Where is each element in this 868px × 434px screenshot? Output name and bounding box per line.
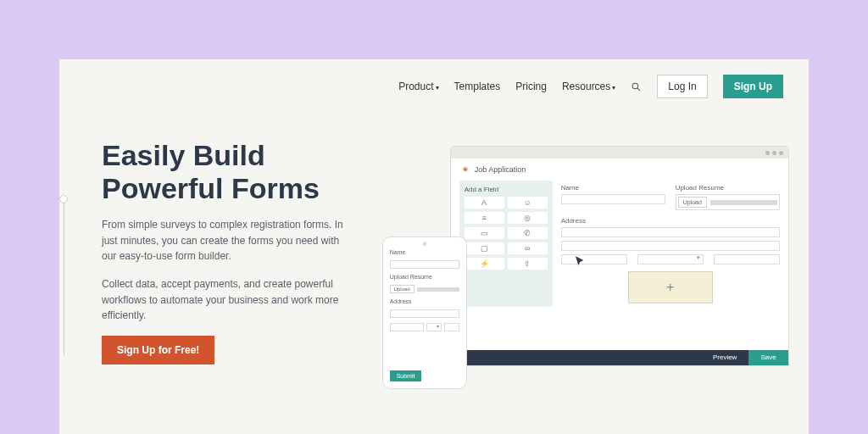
m-address-label: Address	[390, 298, 459, 304]
cursor-icon	[574, 255, 587, 269]
search-icon[interactable]	[631, 81, 642, 92]
m-address-1[interactable]	[390, 309, 459, 318]
text-field-icon[interactable]: A	[465, 197, 504, 209]
chevron-down-icon: ▾	[612, 84, 615, 92]
name-label: Name	[561, 184, 665, 192]
headline: Easily BuildPowerful Forms	[102, 139, 408, 205]
name-input[interactable]	[561, 194, 665, 204]
top-nav: Product▾ Templates Pricing Resources▾ Lo…	[59, 59, 809, 114]
image-icon[interactable]: ▢	[465, 242, 504, 254]
address-label: Address	[561, 217, 780, 225]
m-name-label: Name	[390, 249, 459, 255]
save-button[interactable]: Save	[748, 350, 787, 365]
m-address-2[interactable]	[390, 323, 424, 331]
builder-window: Job Application Add a Field A ☺ ≡ ◎ ▭ ✆ …	[450, 146, 789, 366]
address-input-2[interactable]	[561, 241, 780, 251]
m-address-4[interactable]	[444, 323, 459, 331]
upload-label: Upload Resume	[676, 184, 780, 192]
cta-button[interactable]: Sign Up for Free!	[102, 336, 214, 364]
address-input-1[interactable]	[561, 227, 780, 237]
speaker-icon	[422, 242, 426, 246]
link-icon[interactable]: ∞	[508, 242, 548, 254]
m-submit-button[interactable]: Submit	[390, 370, 422, 381]
subheading-1: From simple surveys to complex registrat…	[102, 217, 356, 264]
nav-product[interactable]: Product▾	[398, 81, 438, 92]
alignment-icon[interactable]: ≡	[465, 212, 504, 224]
m-address-3[interactable]: ▾	[426, 323, 442, 331]
form-canvas: Name Upload Resume Upload	[561, 181, 780, 307]
signup-button[interactable]: Sign Up	[723, 75, 783, 98]
svg-point-0	[632, 83, 638, 89]
mobile-preview: Name Upload Resume Upload Address ▾ Subm…	[382, 236, 467, 389]
address-zip[interactable]	[714, 254, 780, 264]
m-name-input[interactable]	[390, 260, 459, 269]
upload-button[interactable]: Upload	[678, 197, 707, 208]
location-icon[interactable]: ◎	[508, 212, 548, 224]
nav-resources[interactable]: Resources▾	[562, 81, 615, 92]
m-upload-label: Upload Resume	[390, 274, 459, 280]
emoji-icon[interactable]: ☺	[508, 197, 548, 209]
phone-icon[interactable]: ✆	[508, 227, 548, 239]
form-title: Job Application	[475, 165, 526, 174]
subheading-2: Collect data, accept payments, and creat…	[102, 276, 356, 324]
nav-templates[interactable]: Templates	[454, 81, 501, 92]
chevron-down-icon: ▾	[436, 84, 439, 92]
preview-button[interactable]: Preview	[701, 350, 748, 365]
login-button[interactable]: Log In	[657, 75, 707, 98]
m-upload-placeholder	[417, 287, 459, 292]
upload-placeholder	[710, 200, 777, 205]
calendar-icon[interactable]: ▭	[465, 227, 504, 239]
nav-pricing[interactable]: Pricing	[515, 81, 547, 92]
upload-icon[interactable]: ⇧	[508, 258, 548, 270]
dropzone[interactable]: +	[628, 271, 713, 303]
palette-title: Add a Field	[465, 186, 548, 193]
address-state[interactable]: ▾	[637, 254, 704, 264]
svg-line-1	[637, 88, 640, 91]
code-icon[interactable]: ⚡	[465, 258, 504, 270]
decorative-circle	[59, 195, 68, 203]
m-upload-button[interactable]: Upload	[390, 285, 415, 293]
gear-icon	[461, 165, 470, 174]
field-palette: Add a Field A ☺ ≡ ◎ ▭ ✆ ▢ ∞ ⚡ ⇧	[459, 181, 553, 307]
address-city[interactable]	[561, 254, 627, 264]
window-titlebar	[451, 147, 788, 159]
builder-footer: Preview Save	[451, 350, 788, 365]
